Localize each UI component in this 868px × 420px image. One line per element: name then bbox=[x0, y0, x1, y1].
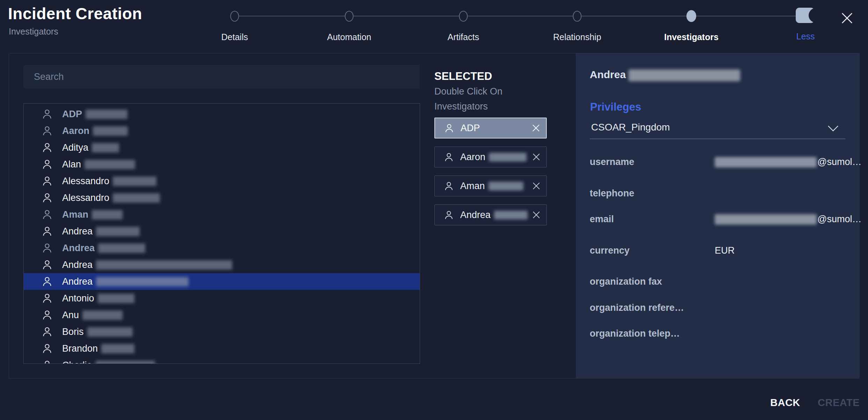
list-item-name: Alan bbox=[62, 159, 81, 170]
dialog-body: ADPAaronAdityaAlanAlessandroAlessandroAm… bbox=[9, 53, 860, 378]
selected-chip[interactable]: Andrea bbox=[434, 204, 547, 225]
step-circle-relationship[interactable] bbox=[573, 11, 582, 22]
stepper-connector-line bbox=[235, 16, 796, 16]
list-item[interactable]: Aaron bbox=[24, 122, 420, 139]
investigator-first-name: Andrea bbox=[590, 69, 626, 80]
list-item-name: Aaron bbox=[62, 126, 89, 136]
list-item[interactable]: Antonio bbox=[24, 290, 420, 307]
selected-chip[interactable]: Aaron bbox=[434, 147, 547, 167]
list-item[interactable]: Alessandro bbox=[24, 189, 420, 206]
step-label-artifacts[interactable]: Artifacts bbox=[448, 32, 479, 42]
privilege-dropdown[interactable]: CSOAR_Pingdom bbox=[590, 119, 847, 139]
list-item[interactable]: Alan bbox=[24, 156, 420, 173]
search-input[interactable] bbox=[23, 65, 420, 89]
selected-hint: Double Click On Investigators bbox=[434, 84, 502, 114]
list-item[interactable]: Andrea bbox=[24, 240, 420, 256]
redacted-last-name bbox=[96, 361, 155, 364]
remove-chip-icon[interactable] bbox=[531, 123, 540, 133]
field-value: @sumol… bbox=[715, 157, 861, 167]
redacted-value bbox=[715, 214, 817, 225]
person-icon bbox=[41, 276, 53, 287]
person-icon bbox=[41, 209, 53, 220]
step-circle-automation[interactable] bbox=[345, 11, 354, 22]
list-item[interactable]: Andrea bbox=[24, 256, 420, 273]
redacted-last-name bbox=[489, 153, 527, 162]
field-label: currency bbox=[590, 245, 630, 256]
chip-name: Aaron bbox=[460, 152, 485, 163]
redacted-last-name bbox=[98, 294, 134, 303]
step-circle-investigators[interactable] bbox=[686, 10, 696, 22]
redacted-last-name bbox=[488, 182, 523, 190]
list-item[interactable]: Anu bbox=[24, 307, 420, 323]
person-icon bbox=[41, 125, 53, 137]
list-item-name: Brandon bbox=[62, 343, 98, 354]
field-value-text: @sumol… bbox=[817, 157, 861, 167]
list-item-name: Alessandro bbox=[62, 193, 109, 203]
redacted-last-name bbox=[93, 126, 128, 136]
field-label: organization refere… bbox=[590, 302, 684, 313]
investigators-list[interactable]: ADPAaronAdityaAlanAlessandroAlessandroAm… bbox=[23, 103, 420, 364]
remove-chip-icon[interactable] bbox=[532, 152, 541, 162]
person-icon bbox=[41, 309, 53, 321]
step-label-details[interactable]: Details bbox=[221, 32, 248, 42]
list-item[interactable]: Charlie bbox=[24, 357, 420, 364]
person-icon bbox=[41, 292, 53, 304]
remove-chip-icon[interactable] bbox=[532, 210, 541, 219]
person-icon bbox=[41, 326, 53, 338]
incident-creation-dialog: Incident Creation Investigators DetailsA… bbox=[0, 0, 868, 420]
list-item[interactable]: Boris bbox=[24, 323, 420, 340]
selected-chip[interactable]: ADP bbox=[434, 118, 547, 138]
redacted-last-name bbox=[96, 227, 140, 236]
remove-chip-icon[interactable] bbox=[532, 181, 541, 190]
detail-field-row: organization refere… bbox=[590, 302, 848, 316]
list-item[interactable]: Andrea bbox=[24, 273, 420, 290]
redacted-last-name bbox=[92, 143, 119, 152]
person-icon bbox=[41, 175, 53, 187]
person-icon bbox=[443, 152, 454, 163]
list-item-name: Andrea bbox=[62, 276, 93, 287]
back-button[interactable]: BACK bbox=[767, 395, 804, 411]
list-item-name: Charlie bbox=[62, 360, 92, 364]
privilege-selected-value: CSOAR_Pingdom bbox=[591, 122, 670, 133]
field-label: email bbox=[590, 214, 614, 225]
person-icon bbox=[41, 225, 53, 237]
field-label: organization telep… bbox=[590, 328, 680, 339]
list-item-name: Andrea bbox=[62, 226, 93, 237]
chip-name: Andrea bbox=[460, 210, 491, 220]
person-icon bbox=[443, 210, 454, 220]
step-circle-artifacts[interactable] bbox=[459, 11, 468, 22]
field-value-text: EUR bbox=[715, 245, 735, 256]
selected-chips: ADPAaronAmanAndrea bbox=[434, 118, 548, 233]
detail-field-row: username@sumol… bbox=[590, 157, 848, 171]
detail-field-row: organization telep… bbox=[590, 328, 848, 342]
list-item[interactable]: Aman bbox=[24, 206, 420, 223]
person-icon bbox=[443, 181, 454, 192]
selected-chip[interactable]: Aman bbox=[434, 175, 547, 196]
chip-name: ADP bbox=[461, 123, 480, 134]
selected-hint-line1: Double Click On bbox=[434, 84, 502, 99]
detail-field-row: currencyEUR bbox=[590, 245, 848, 259]
collapse-toggle-icon[interactable] bbox=[795, 7, 817, 24]
list-item[interactable]: Andrea bbox=[24, 223, 420, 240]
field-label: organization fax bbox=[590, 276, 662, 287]
create-button[interactable]: CREATE bbox=[814, 395, 863, 411]
list-item-name: Alessandro bbox=[62, 176, 109, 187]
wizard-stepper: DetailsAutomationArtifactsRelationshipIn… bbox=[0, 0, 868, 52]
list-item-name: Anu bbox=[62, 310, 79, 321]
detail-field-row: organization fax bbox=[590, 276, 848, 290]
list-item[interactable]: Aditya bbox=[24, 139, 420, 156]
list-item[interactable]: Brandon bbox=[24, 340, 420, 357]
person-icon bbox=[41, 108, 53, 120]
detail-field-row: telephone bbox=[590, 188, 848, 202]
list-item[interactable]: Alessandro bbox=[24, 173, 420, 189]
list-item-name: Andrea bbox=[62, 243, 95, 254]
step-label-relationship[interactable]: Relationship bbox=[553, 32, 601, 42]
less-toggle-label[interactable]: Less bbox=[796, 31, 815, 42]
step-label-investigators[interactable]: Investigators bbox=[664, 32, 719, 42]
chevron-down-icon bbox=[827, 125, 839, 132]
step-label-automation[interactable]: Automation bbox=[327, 32, 371, 42]
list-item[interactable]: ADP bbox=[24, 106, 420, 122]
step-circle-details[interactable] bbox=[230, 11, 239, 22]
close-icon[interactable] bbox=[839, 10, 855, 26]
redacted-last-name bbox=[84, 160, 135, 169]
